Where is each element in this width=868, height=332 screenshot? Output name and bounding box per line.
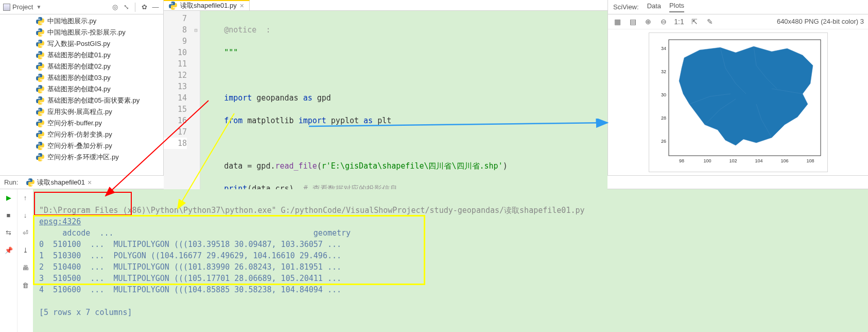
svg-point-26 bbox=[171, 3, 172, 4]
project-label: Project bbox=[12, 3, 33, 11]
python-icon bbox=[169, 2, 177, 10]
run-toolbar-secondary: ↑ ↓ ⏎ ⤓ 🖶 🗑 bbox=[18, 189, 33, 332]
python-icon bbox=[36, 51, 44, 59]
file-item[interactable]: 基础图形的创建05-面状要素.py bbox=[0, 95, 163, 106]
down-icon[interactable]: ↓ bbox=[20, 210, 30, 220]
svg-text:102: 102 bbox=[729, 158, 737, 163]
console-output[interactable]: "D:\Program Files (x86)\Python\Python37\… bbox=[33, 189, 868, 332]
svg-text:26: 26 bbox=[661, 139, 666, 144]
svg-point-0 bbox=[39, 18, 40, 19]
target-icon[interactable]: ◎ bbox=[110, 3, 119, 12]
file-item[interactable]: 空间分析-buffer.py bbox=[0, 118, 163, 129]
zoom-in-icon[interactable]: ⊕ bbox=[643, 16, 653, 27]
chevron-down-icon[interactable]: ▼ bbox=[36, 4, 41, 10]
code-text: data = gpd. bbox=[224, 161, 275, 171]
file-label: 基础图形的创建01.py bbox=[47, 51, 111, 60]
svg-point-25 bbox=[41, 160, 42, 161]
editor-tab[interactable]: 读取shapefile01.py × bbox=[164, 0, 250, 10]
play-icon[interactable]: ▶ bbox=[4, 192, 14, 203]
close-icon[interactable]: × bbox=[240, 2, 244, 10]
svg-point-12 bbox=[39, 86, 40, 87]
run-toolbar: ▶ ■ ⇆ 📌 bbox=[0, 189, 18, 332]
grid-icon[interactable]: ▦ bbox=[612, 16, 622, 27]
file-label: 基础图形的创建05-面状要素.py bbox=[47, 96, 140, 105]
sciview-toolbar: ▦ ▤ ⊕ ⊖ 1:1 ⇱ ✎ 640x480 PNG (24-bit colo… bbox=[608, 14, 868, 29]
zoom-out-icon[interactable]: ⊖ bbox=[658, 16, 669, 27]
svg-point-3 bbox=[41, 35, 42, 36]
svg-point-27 bbox=[174, 8, 175, 9]
svg-point-4 bbox=[39, 41, 40, 42]
plot-thumbnail[interactable]: 343230 2826 98100102 104106108 bbox=[649, 32, 828, 172]
file-label: 基础图形的创建03.py bbox=[47, 73, 111, 82]
export-icon[interactable]: ⇱ bbox=[689, 16, 700, 27]
svg-text:30: 30 bbox=[661, 92, 666, 97]
code-text: matplotlib bbox=[247, 116, 293, 125]
code-text: geopandas bbox=[256, 93, 298, 103]
svg-point-20 bbox=[39, 131, 40, 132]
code-text: import bbox=[299, 116, 326, 125]
console-line: adcode ... geometry bbox=[39, 228, 351, 238]
svg-point-16 bbox=[39, 109, 40, 110]
python-icon bbox=[36, 74, 44, 82]
run-tab-label: 读取shapefile01 bbox=[37, 178, 85, 187]
editor-pane: 读取shapefile01.py × 789101112131415161718… bbox=[164, 0, 608, 175]
python-icon bbox=[36, 40, 44, 48]
file-label: 应用实例-展高程点.py bbox=[47, 107, 112, 117]
svg-text:104: 104 bbox=[755, 158, 762, 163]
gear-icon[interactable]: ✿ bbox=[140, 3, 149, 12]
rerun-icon[interactable]: ⇆ bbox=[4, 227, 14, 238]
stop-icon[interactable]: ■ bbox=[4, 210, 14, 220]
eyedropper-icon[interactable]: ✎ bbox=[705, 16, 715, 27]
svg-text:108: 108 bbox=[806, 158, 814, 163]
python-icon bbox=[36, 62, 44, 71]
file-item[interactable]: 空间分析-叠加分析.py bbox=[0, 140, 163, 152]
tab-label: 读取shapefile01.py bbox=[180, 1, 237, 10]
trash-icon[interactable]: 🗑 bbox=[20, 280, 30, 290]
file-label: 空间分析-叠加分析.py bbox=[47, 141, 112, 151]
svg-point-19 bbox=[41, 126, 42, 127]
file-item[interactable]: 写入数据-PostGIS.py bbox=[0, 38, 163, 49]
run-tab[interactable]: 读取shapefile01 × bbox=[22, 178, 96, 187]
up-icon[interactable]: ↑ bbox=[20, 192, 30, 203]
svg-point-14 bbox=[39, 97, 40, 98]
scroll-icon[interactable]: ⤓ bbox=[20, 245, 30, 255]
tab-data[interactable]: Data bbox=[647, 2, 661, 12]
console-line: [5 rows x 7 columns] bbox=[39, 308, 132, 317]
project-header: Project ▼ ◎ ⤡ ✿ — bbox=[0, 0, 163, 14]
svg-point-10 bbox=[39, 75, 40, 76]
python-icon bbox=[36, 130, 44, 139]
print-icon[interactable]: 🖶 bbox=[20, 262, 30, 273]
file-item[interactable]: 中国地图展示-投影展示.py bbox=[0, 27, 163, 38]
hide-icon[interactable]: — bbox=[151, 3, 160, 12]
wrap-icon[interactable]: ⏎ bbox=[20, 227, 30, 238]
code-text: as bbox=[363, 116, 373, 125]
console-line: "D:\Program Files (x86)\Python\Python37\… bbox=[39, 206, 585, 215]
file-item[interactable]: 基础图形的创建01.py bbox=[0, 49, 163, 61]
python-icon bbox=[36, 85, 44, 93]
file-label: 空间分析-buffer.py bbox=[47, 119, 102, 128]
close-icon[interactable]: × bbox=[88, 178, 92, 187]
svg-point-18 bbox=[39, 120, 40, 121]
svg-point-2 bbox=[39, 29, 40, 30]
file-item[interactable]: 应用实例-展高程点.py bbox=[0, 106, 163, 118]
file-item[interactable]: 中国地图展示.py bbox=[0, 15, 163, 27]
file-label: 基础图形的创建02.py bbox=[47, 62, 111, 71]
zoom-fit-label[interactable]: 1:1 bbox=[674, 16, 684, 27]
sciview-pane: SciView: Data Plots ▦ ▤ ⊕ ⊖ 1:1 ⇱ ✎ 640x… bbox=[608, 0, 868, 175]
file-item[interactable]: 空间分析-多环缓冲区.py bbox=[0, 152, 163, 163]
code-text: pyplot bbox=[331, 116, 359, 125]
file-label: 空间分析-仿射变换.py bbox=[47, 130, 112, 139]
file-item[interactable]: 基础图形的创建03.py bbox=[0, 72, 163, 84]
file-item[interactable]: 空间分析-仿射变换.py bbox=[0, 129, 163, 140]
file-item[interactable]: 基础图形的创建04.py bbox=[0, 84, 163, 95]
tab-plots[interactable]: Plots bbox=[669, 2, 684, 12]
python-icon bbox=[36, 153, 44, 161]
expand-icon[interactable]: ⤡ bbox=[121, 3, 131, 12]
table-icon[interactable]: ▤ bbox=[628, 16, 638, 27]
pin-icon[interactable]: 📌 bbox=[4, 245, 14, 255]
file-item[interactable]: 基础图形的创建02.py bbox=[0, 61, 163, 72]
code-text: read_file bbox=[275, 161, 317, 171]
code-text: @notice : bbox=[224, 25, 270, 35]
project-sidebar: Project ▼ ◎ ⤡ ✿ — 中国地图展示.py中国地图展示-投影展示.p… bbox=[0, 0, 164, 175]
sciview-label: SciView: bbox=[613, 3, 639, 11]
